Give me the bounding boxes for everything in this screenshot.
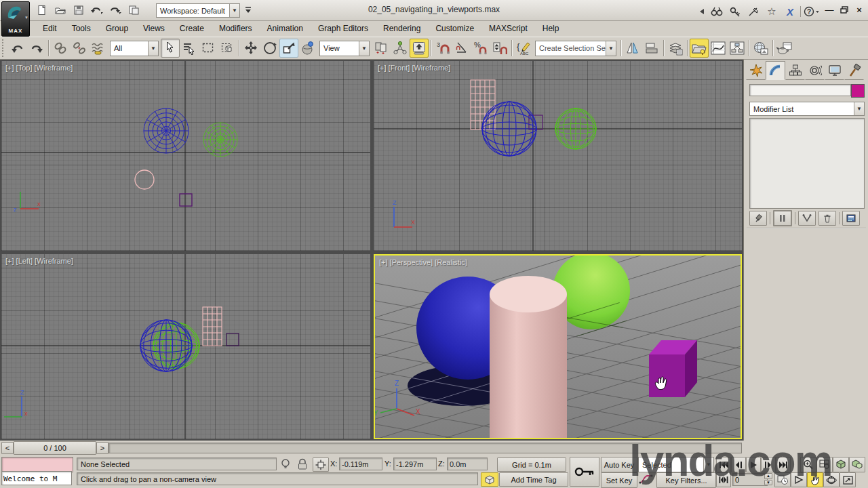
cylinder-left-wireframe[interactable] — [203, 307, 222, 346]
selection-lock-toggle[interactable] — [296, 458, 309, 470]
redo-scene-button[interactable] — [27, 39, 46, 58]
menu-help[interactable]: Help — [535, 22, 567, 35]
app-menu-button[interactable]: MAX ▼ — [1, 1, 30, 37]
key-mode-dropdown[interactable]: Selected ▼ — [638, 457, 714, 472]
menu-graph-editors[interactable]: Graph Editors — [311, 22, 376, 35]
viewport-top[interactable]: [+] [Top] [Wireframe] z x — [1, 61, 370, 251]
maxscript-listener-macro-pane[interactable] — [1, 457, 73, 472]
spinner-snap-toggle-button[interactable] — [490, 39, 509, 58]
absolute-mode-toggle[interactable] — [313, 458, 329, 472]
key-filters-button[interactable]: Key Filters... — [656, 472, 716, 488]
zoom-extents-button[interactable] — [833, 457, 849, 472]
time-slider-handle[interactable]: 0 / 100 — [14, 441, 96, 455]
remove-modifier-button[interactable] — [818, 211, 836, 226]
time-slider-track[interactable] — [108, 443, 742, 453]
viewport-perspective-label[interactable]: [+] [Perspective] [Realistic] — [379, 258, 467, 266]
pin-stack-button[interactable] — [749, 211, 767, 226]
exchange-apps-button[interactable]: X — [782, 3, 798, 20]
snaps-toggle-button[interactable]: 3 — [433, 39, 452, 58]
menu-group[interactable]: Group — [98, 22, 136, 35]
grid-setting[interactable]: Grid = 0.1m — [497, 458, 566, 472]
key-mode-toggle-button[interactable] — [716, 472, 731, 487]
y-coord-field[interactable] — [393, 458, 437, 470]
modifier-stack[interactable] — [749, 118, 865, 209]
box-top-wireframe[interactable] — [180, 194, 192, 206]
curve-editor-button[interactable] — [709, 39, 728, 58]
z-coord-field[interactable] — [447, 458, 488, 470]
select-object-button[interactable] — [161, 39, 180, 58]
menu-maxscript[interactable]: MAXScript — [481, 22, 535, 35]
zoom-extents-all-button[interactable] — [849, 457, 865, 472]
bind-to-space-warp-button[interactable] — [89, 39, 108, 58]
cylinder-top-wireframe[interactable] — [135, 170, 154, 189]
go-to-end-button[interactable] — [776, 457, 791, 472]
viewport-left-label[interactable]: [+] [Left] [Wireframe] — [5, 257, 73, 265]
adaptive-degradation-toggle[interactable] — [481, 472, 498, 487]
menu-animation[interactable]: Animation — [260, 22, 311, 35]
close-button[interactable]: × — [852, 3, 867, 16]
restore-button[interactable] — [837, 3, 852, 16]
tab-create[interactable] — [746, 61, 766, 80]
sphere-blue-wireframe[interactable] — [144, 108, 189, 153]
workspace-dropdown[interactable]: Workspace: Default ▼ — [156, 3, 240, 18]
collapse-infocenter-icon[interactable] — [697, 3, 707, 20]
configure-modifier-sets-button[interactable] — [842, 211, 860, 226]
x-coord-field[interactable] — [339, 458, 382, 470]
menu-create[interactable]: Create — [172, 22, 212, 35]
modifier-list-dropdown[interactable]: Modifier List ▼ — [749, 102, 865, 116]
default-tangents-button[interactable] — [638, 473, 654, 485]
tab-hierarchy[interactable] — [785, 61, 805, 80]
toolbar-grip[interactable] — [2, 39, 6, 57]
menu-tools[interactable]: Tools — [64, 22, 98, 35]
maxscript-listener[interactable]: Welcome to M — [1, 471, 72, 485]
menu-rendering[interactable]: Rendering — [376, 22, 428, 35]
play-button[interactable] — [746, 457, 761, 472]
go-to-start-button[interactable] — [716, 457, 731, 472]
make-unique-button[interactable] — [798, 211, 816, 226]
rendered-frame-window-button[interactable] — [775, 39, 794, 58]
set-keys-button[interactable] — [570, 457, 599, 487]
tab-utilities[interactable] — [844, 61, 864, 80]
next-frame-button[interactable] — [761, 457, 776, 472]
tab-motion[interactable] — [805, 61, 825, 80]
zoom-button[interactable] — [800, 457, 816, 472]
align-button[interactable] — [642, 39, 661, 58]
keyboard-shortcut-override-button[interactable] — [410, 39, 429, 58]
object-name-field[interactable] — [749, 84, 851, 96]
select-and-move-button[interactable] — [241, 39, 260, 58]
unlink-selection-button[interactable] — [70, 39, 89, 58]
schematic-view-button[interactable] — [728, 39, 747, 58]
tab-display[interactable] — [825, 61, 844, 80]
set-key-button[interactable]: Set Key — [601, 472, 637, 488]
cylinder-pink[interactable] — [490, 276, 567, 438]
sign-in-button[interactable] — [727, 3, 743, 20]
box-left-wireframe[interactable] — [226, 333, 239, 346]
rectangular-selection-region-button[interactable] — [199, 39, 218, 58]
percent-snap-toggle-button[interactable]: % — [471, 39, 490, 58]
sphere-blue-wireframe[interactable] — [482, 102, 536, 156]
viewport-perspective[interactable]: [+] [Perspective] [Realistic] — [374, 254, 742, 439]
select-and-place-button[interactable] — [298, 39, 317, 58]
select-and-scale-button[interactable] — [279, 39, 298, 58]
open-file-button[interactable] — [52, 2, 68, 18]
toolbar-options-button[interactable] — [244, 5, 252, 14]
previous-frame-button[interactable] — [731, 457, 746, 472]
select-and-manipulate-button[interactable] — [391, 39, 410, 58]
menu-edit[interactable]: Edit — [35, 22, 64, 35]
minimize-button[interactable]: — — [822, 3, 837, 16]
mirror-button[interactable] — [623, 39, 642, 58]
use-pivot-point-center-button[interactable] — [372, 39, 391, 58]
time-slider-next-button[interactable]: > — [96, 442, 108, 454]
angle-snap-toggle-button[interactable] — [452, 39, 471, 58]
sphere-blue-wireframe[interactable] — [140, 320, 192, 371]
frame-spinner[interactable]: ▲▼ — [764, 473, 772, 485]
sphere-green-wireframe[interactable] — [203, 123, 237, 157]
search-help-button[interactable] — [709, 3, 725, 20]
show-end-result-button[interactable] — [773, 210, 792, 226]
zoom-all-button[interactable] — [816, 457, 833, 472]
redo-button[interactable] — [107, 2, 123, 18]
reference-coordinate-dropdown[interactable]: View ▼ — [319, 41, 370, 56]
pan-view-button[interactable] — [807, 472, 823, 487]
viewport-front-label[interactable]: [+] [Front] [Wireframe] — [378, 64, 450, 72]
time-slider-prev-button[interactable]: < — [1, 442, 14, 454]
